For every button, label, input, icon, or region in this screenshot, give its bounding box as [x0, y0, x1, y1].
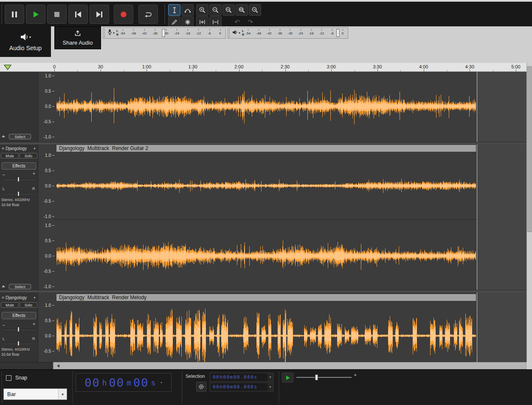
- recording-meter[interactable]: ▾ L R -54-48-42-36-30-24-18-12-60: [103, 27, 226, 39]
- track-2-header[interactable]: × Djangology ▼: [0, 145, 37, 151]
- scroll-left-arrow-icon[interactable]: [57, 364, 59, 368]
- undo-button[interactable]: ↶: [231, 16, 243, 28]
- play-button[interactable]: [26, 5, 45, 24]
- share-upload-icon: [73, 30, 82, 38]
- audio-position-display[interactable]: 00 h 00 m 00 s ▾: [76, 373, 172, 392]
- combobox-caret-icon[interactable]: ▾: [58, 389, 67, 399]
- zoom-selection-button[interactable]: [222, 4, 235, 16]
- solo-button[interactable]: Solo: [20, 302, 37, 308]
- playback-meter-scale[interactable]: -54-48-42-36-30-24-18-12-60: [245, 28, 348, 38]
- effects-button[interactable]: Effects: [2, 162, 36, 170]
- time-format-caret-icon[interactable]: ▾: [160, 380, 162, 385]
- track-menu-caret-icon[interactable]: ▼: [33, 147, 36, 150]
- track-menu-caret-icon[interactable]: ▼: [33, 296, 36, 299]
- collapse-track-icon[interactable]: [2, 285, 5, 287]
- playback-meter[interactable]: ▾ L R -54-48-42-36-30-24-18-12-60: [228, 27, 348, 39]
- speed-slider-track[interactable]: [296, 377, 352, 378]
- gain-slider-thumb[interactable]: [17, 327, 20, 332]
- snap-mode-combobox[interactable]: Bar ▾: [3, 388, 67, 400]
- toolbar-grip[interactable]: [72, 371, 73, 403]
- collapse-track-icon[interactable]: [2, 135, 5, 137]
- vertical-scrollbar-thumb[interactable]: [527, 66, 532, 232]
- meter-level-slider-handle[interactable]: [336, 29, 339, 37]
- multi-tool-button[interactable]: [181, 16, 194, 28]
- envelope-tool-button[interactable]: [181, 4, 194, 16]
- mute-button[interactable]: Mute: [1, 153, 19, 159]
- pause-button[interactable]: [5, 5, 24, 24]
- track-1-amplitude-ruler[interactable]: 1.00.50.0-0.5-1.0: [38, 72, 54, 142]
- meter-tick-label: -24: [298, 31, 303, 35]
- selection-settings-button[interactable]: [196, 382, 206, 392]
- close-track-button[interactable]: ×: [0, 146, 6, 151]
- horizontal-scrollbar-track[interactable]: [53, 362, 526, 369]
- toolbar-grip[interactable]: [1, 371, 3, 403]
- play-at-speed-button[interactable]: [282, 373, 293, 382]
- timeline-major-tick: [239, 69, 239, 71]
- loop-button[interactable]: [138, 5, 158, 24]
- track-1-select-button[interactable]: Select: [9, 134, 31, 139]
- track-name: Djangology: [6, 146, 33, 151]
- selection-tool-button[interactable]: [168, 4, 180, 16]
- pan-slider-thumb[interactable]: [17, 341, 20, 346]
- track-3-clip-title[interactable]: Djangology Multitrack Render Melody: [56, 294, 476, 301]
- meter-level-slider-handle[interactable]: [162, 29, 165, 37]
- toolbar-grip[interactable]: [1, 5, 3, 23]
- audio-setup-button[interactable]: ▾ Audio Setup: [0, 26, 51, 57]
- trim-audio-button[interactable]: [196, 16, 208, 28]
- track-3-amplitude-ruler[interactable]: 1.00.50.0-0.5-1.0: [38, 302, 54, 362]
- meter-grip[interactable]: [229, 29, 231, 37]
- close-track-button[interactable]: ×: [0, 295, 6, 300]
- field-caret-icon[interactable]: ▾: [267, 383, 273, 391]
- skip-to-end-button[interactable]: [90, 5, 109, 24]
- vertical-scrollbar[interactable]: [526, 63, 532, 362]
- record-button[interactable]: [114, 5, 133, 24]
- meter-menu-caret-icon[interactable]: ▾: [239, 31, 240, 35]
- loop-icon: [144, 10, 153, 19]
- horizontal-scrollbar[interactable]: [0, 362, 526, 369]
- redo-button[interactable]: ↷: [244, 16, 256, 28]
- zoom-out-button[interactable]: [209, 4, 222, 16]
- snap-checkbox[interactable]: [6, 375, 11, 381]
- waveform-track-2-right[interactable]: [56, 224, 476, 288]
- track-3-header[interactable]: × Djangology ▼: [0, 295, 37, 300]
- track-2-clip-title[interactable]: Djangology Multitrack Render Guitar 2: [56, 145, 476, 152]
- waveform-track-2-left[interactable]: [56, 154, 476, 218]
- toolbar-grip[interactable]: [182, 371, 183, 403]
- meter-tick: [198, 29, 199, 31]
- silence-audio-button[interactable]: [209, 16, 222, 28]
- gain-slider-thumb[interactable]: [17, 177, 20, 182]
- pan-slider-thumb[interactable]: [17, 191, 20, 196]
- zoom-in-button[interactable]: [196, 4, 208, 16]
- waveform-track-3-left[interactable]: [56, 304, 476, 362]
- timeline-label: 2:00: [234, 64, 243, 69]
- selection-start-field[interactable]: 00h00m00.000s ▾: [210, 373, 273, 382]
- playback-speed-slider[interactable]: +: [296, 373, 357, 382]
- solo-button[interactable]: Solo: [20, 153, 37, 159]
- recording-meter-scale[interactable]: -54-48-42-36-30-24-18-12-60: [119, 28, 225, 38]
- draw-tool-button[interactable]: [168, 16, 180, 28]
- mute-button[interactable]: Mute: [1, 302, 19, 308]
- stop-button[interactable]: [47, 5, 67, 24]
- skip-to-start-button[interactable]: [68, 5, 88, 24]
- toolbar-grip[interactable]: [279, 371, 280, 403]
- timeline-label: 0: [53, 64, 56, 69]
- meter-menu-caret-icon[interactable]: ▾: [113, 31, 115, 35]
- selection-end-field[interactable]: 00h00m00.000s ▾: [210, 382, 273, 391]
- effects-button[interactable]: Effects: [2, 312, 36, 319]
- waveform-track-1[interactable]: [56, 74, 476, 138]
- toolbar-grip[interactable]: [164, 5, 166, 23]
- meter-grip[interactable]: [104, 29, 106, 37]
- timeline-play-pin-icon[interactable]: [4, 65, 11, 72]
- amplitude-scale-label: -0.5: [44, 269, 51, 274]
- amplitude-scale-tick: [52, 76, 54, 76]
- speed-slider-thumb[interactable]: [315, 374, 318, 380]
- track-2-select-button[interactable]: Select: [9, 284, 31, 289]
- track-2-left-amplitude-ruler[interactable]: 1.00.50.0-0.5-1.0: [38, 153, 54, 220]
- zoom-toggle-button[interactable]: [249, 4, 261, 16]
- track-2-right-amplitude-ruler[interactable]: 1.00.50.0-0.5-1.0: [38, 224, 54, 289]
- timeline-ruler[interactable]: 0301:001:302:002:303:003:304:004:305:00: [0, 63, 532, 72]
- share-audio-button[interactable]: Share Audio: [54, 26, 101, 49]
- zoom-fit-project-button[interactable]: [236, 4, 248, 16]
- field-caret-icon[interactable]: ▾: [267, 373, 273, 381]
- meter-tick-label: -54: [120, 31, 125, 35]
